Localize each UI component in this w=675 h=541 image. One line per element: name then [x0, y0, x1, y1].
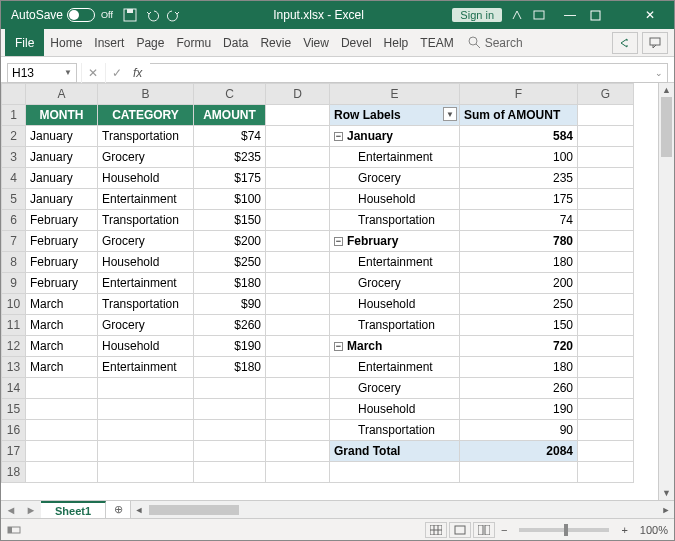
pivot-value[interactable]: 100: [460, 147, 578, 168]
empty-cell[interactable]: [194, 378, 266, 399]
cell-category[interactable]: Transportation: [98, 210, 194, 231]
empty-cell[interactable]: [266, 273, 330, 294]
col-header-E[interactable]: E: [330, 84, 460, 105]
pivot-category-row[interactable]: Grocery: [330, 378, 460, 399]
tab-page[interactable]: Page: [130, 29, 170, 56]
tab-formulas[interactable]: Formu: [170, 29, 217, 56]
empty-cell[interactable]: [266, 168, 330, 189]
expand-formula-icon[interactable]: ⌄: [655, 68, 663, 78]
touch-mode-icon[interactable]: [506, 8, 528, 22]
collapse-icon[interactable]: −: [334, 237, 343, 246]
empty-cell[interactable]: [578, 231, 634, 252]
cell-month[interactable]: March: [26, 336, 98, 357]
row-header-15[interactable]: 15: [2, 399, 26, 420]
cell-amount[interactable]: $150: [194, 210, 266, 231]
sheet-nav-prev[interactable]: ◄: [1, 501, 21, 518]
scroll-thumb[interactable]: [661, 97, 672, 157]
cell-amount[interactable]: $235: [194, 147, 266, 168]
cell-category[interactable]: Entertainment: [98, 273, 194, 294]
hscroll-thumb[interactable]: [149, 505, 239, 515]
cell-month[interactable]: February: [26, 252, 98, 273]
page-layout-view-button[interactable]: [449, 522, 471, 538]
pivot-value[interactable]: 180: [460, 357, 578, 378]
add-sheet-button[interactable]: ⊕: [106, 503, 130, 516]
empty-cell[interactable]: [578, 294, 634, 315]
cell-category[interactable]: Household: [98, 252, 194, 273]
cell-month[interactable]: March: [26, 294, 98, 315]
row-header-5[interactable]: 5: [2, 189, 26, 210]
scroll-right-icon[interactable]: ►: [658, 505, 674, 515]
pivot-value[interactable]: 720: [460, 336, 578, 357]
empty-cell[interactable]: [266, 189, 330, 210]
cell-month[interactable]: January: [26, 189, 98, 210]
sheet-nav-next[interactable]: ►: [21, 501, 41, 518]
cell-amount[interactable]: $250: [194, 252, 266, 273]
row-header-12[interactable]: 12: [2, 336, 26, 357]
empty-cell[interactable]: [578, 399, 634, 420]
row-header-13[interactable]: 13: [2, 357, 26, 378]
cell-amount[interactable]: $74: [194, 126, 266, 147]
cell-month[interactable]: February: [26, 210, 98, 231]
pivot-grand-total-value[interactable]: 2084: [460, 441, 578, 462]
cell-amount[interactable]: $180: [194, 357, 266, 378]
cell-category[interactable]: Grocery: [98, 147, 194, 168]
cell-month[interactable]: January: [26, 126, 98, 147]
empty-cell[interactable]: [266, 294, 330, 315]
cell-amount[interactable]: $100: [194, 189, 266, 210]
row-header-7[interactable]: 7: [2, 231, 26, 252]
row-header-8[interactable]: 8: [2, 252, 26, 273]
pivot-value[interactable]: 235: [460, 168, 578, 189]
pivot-value[interactable]: 190: [460, 399, 578, 420]
empty-cell[interactable]: [578, 189, 634, 210]
empty-cell[interactable]: [98, 420, 194, 441]
tab-help[interactable]: Help: [378, 29, 415, 56]
col-header-B[interactable]: B: [98, 84, 194, 105]
pivot-row-labels-header[interactable]: Row Labels▼: [330, 105, 460, 126]
cell-month[interactable]: March: [26, 315, 98, 336]
pivot-value[interactable]: 780: [460, 231, 578, 252]
cell-amount[interactable]: $200: [194, 231, 266, 252]
cell-month[interactable]: February: [26, 231, 98, 252]
empty-cell[interactable]: [98, 462, 194, 483]
maximize-button[interactable]: [590, 10, 630, 21]
empty-cell[interactable]: [266, 399, 330, 420]
empty-cell[interactable]: [578, 210, 634, 231]
pivot-grand-total-label[interactable]: Grand Total: [330, 441, 460, 462]
formula-input[interactable]: ⌄: [150, 63, 668, 83]
pivot-category-row[interactable]: Household: [330, 294, 460, 315]
empty-cell[interactable]: [98, 399, 194, 420]
row-header-18[interactable]: 18: [2, 462, 26, 483]
col-header-D[interactable]: D: [266, 84, 330, 105]
empty-cell[interactable]: [266, 420, 330, 441]
row-header-3[interactable]: 3: [2, 147, 26, 168]
empty-cell[interactable]: [578, 168, 634, 189]
empty-cell[interactable]: [194, 399, 266, 420]
empty-cell[interactable]: [578, 252, 634, 273]
tab-team[interactable]: TEAM: [414, 29, 459, 56]
autosave-toggle[interactable]: AutoSave Off: [5, 8, 119, 22]
empty-cell[interactable]: [266, 462, 330, 483]
pivot-value[interactable]: 150: [460, 315, 578, 336]
cell-category[interactable]: Transportation: [98, 294, 194, 315]
collapse-icon[interactable]: −: [334, 132, 343, 141]
pivot-category-row[interactable]: Grocery: [330, 273, 460, 294]
row-header-9[interactable]: 9: [2, 273, 26, 294]
ribbon-display-icon[interactable]: [528, 8, 550, 22]
empty-cell[interactable]: [98, 378, 194, 399]
pivot-category-row[interactable]: Transportation: [330, 210, 460, 231]
empty-cell[interactable]: [578, 420, 634, 441]
cell-amount[interactable]: $190: [194, 336, 266, 357]
empty-cell[interactable]: [266, 252, 330, 273]
cell-amount[interactable]: $175: [194, 168, 266, 189]
scroll-up-icon[interactable]: ▲: [659, 83, 674, 97]
col-header-G[interactable]: G: [578, 84, 634, 105]
row-header-4[interactable]: 4: [2, 168, 26, 189]
cell-amount[interactable]: $180: [194, 273, 266, 294]
cell-month[interactable]: January: [26, 147, 98, 168]
empty-cell[interactable]: [26, 420, 98, 441]
empty-cell[interactable]: [578, 378, 634, 399]
tab-view[interactable]: View: [297, 29, 335, 56]
pivot-value[interactable]: 90: [460, 420, 578, 441]
empty-cell[interactable]: [26, 399, 98, 420]
row-header-16[interactable]: 16: [2, 420, 26, 441]
